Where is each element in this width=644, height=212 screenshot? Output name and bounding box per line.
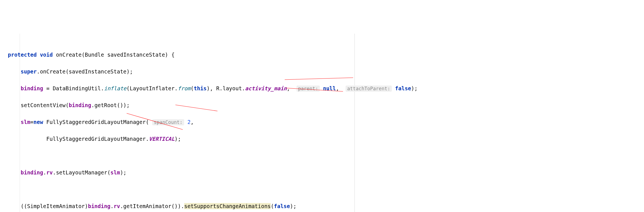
code-line-6[interactable]: FullyStaggeredGridLayoutManager.VERTICAL… [8, 135, 355, 143]
text: .getItemAnimator()). [120, 203, 184, 209]
text: ); [120, 169, 126, 176]
field: activity_main [245, 85, 287, 91]
field: binding [69, 102, 91, 108]
code-line-4[interactable]: setContentView(binding.getRoot()); [8, 101, 355, 109]
text: , [191, 119, 194, 125]
field: VERTICAL [149, 136, 175, 142]
text: .setLayoutManager( [53, 169, 110, 176]
field: binding [88, 203, 110, 209]
param-type: Bundle [85, 52, 104, 58]
text: . [43, 169, 46, 176]
text: , [287, 85, 293, 91]
static-method: inflate [104, 85, 126, 91]
code-line-2[interactable]: super.onCreate(savedInstanceState); [8, 67, 355, 76]
code-line-10[interactable]: ((SimpleItemAnimator)binding.rv.getItemA… [8, 202, 355, 210]
field: slm [110, 169, 120, 176]
text: ); [175, 136, 181, 142]
text: .getRoot()); [91, 102, 129, 108]
keyword: null [323, 85, 336, 91]
text: ( [271, 203, 274, 209]
code-editor[interactable]: protected void onCreate(Bundle savedInst… [0, 34, 355, 212]
text: = [30, 119, 33, 125]
highlighted-identifier: setSupportsChangeAnimations [184, 203, 271, 209]
text: .onCreate(savedInstanceState); [37, 68, 133, 75]
text [392, 85, 395, 91]
code-line-1[interactable]: protected void onCreate(Bundle savedInst… [8, 50, 355, 59]
keyword: false [395, 85, 411, 91]
field: binding [21, 85, 43, 91]
text: ); [290, 203, 296, 209]
text: FullyStaggeredGridLayoutManager( [43, 119, 152, 125]
keyword: new [34, 119, 43, 125]
field: rv [46, 169, 53, 176]
text: setContentView( [21, 102, 69, 108]
keyword: protected [8, 52, 37, 58]
keyword: super [21, 68, 37, 75]
code-line-7[interactable] [8, 151, 355, 160]
text: , [336, 85, 342, 91]
parameter-hint: attachToParent: [346, 86, 392, 92]
method-name: onCreate [56, 52, 82, 58]
text [184, 119, 187, 125]
text: ); [411, 85, 418, 91]
code-line-8[interactable]: binding.rv.setLayoutManager(slm); [8, 168, 355, 177]
static-method: from [178, 85, 191, 91]
keyword: this [194, 85, 207, 91]
code-line-3[interactable]: binding = DataBindingUtil.inflate(Layout… [8, 84, 355, 93]
number: 2 [187, 119, 191, 125]
parameter-hint: spanCount: [152, 119, 184, 125]
field: rv [114, 203, 120, 209]
code-line-5[interactable]: slm=new FullyStaggeredGridLayoutManager(… [8, 118, 355, 126]
text: = DataBindingUtil. [43, 85, 104, 91]
text: (LayoutInflater. [126, 85, 178, 91]
text: ), R.layout. [207, 85, 245, 91]
text: . [110, 203, 113, 209]
field: binding [21, 169, 43, 176]
parameter-hint: parent: [296, 86, 320, 92]
text: ((SimpleItemAnimator) [21, 203, 88, 209]
param-name: savedInstanceState [107, 52, 165, 58]
text: FullyStaggeredGridLayoutManager. [46, 136, 149, 142]
text: ) { [165, 52, 175, 58]
text: ( [191, 85, 194, 91]
text [320, 85, 323, 91]
keyword: void [40, 52, 53, 58]
code-line-9[interactable] [8, 185, 355, 193]
field: slm [21, 119, 30, 125]
keyword: false [274, 203, 290, 209]
